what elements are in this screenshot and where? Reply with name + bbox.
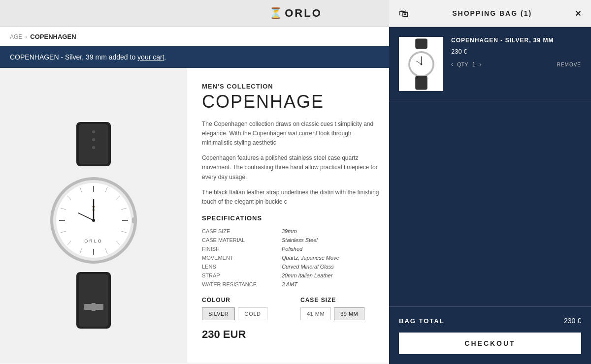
qty-increase-button[interactable]: › xyxy=(479,61,481,68)
colour-label: COLOUR xyxy=(202,297,281,303)
qty-label: QTY xyxy=(457,61,468,67)
spec-key: LENS xyxy=(202,262,282,271)
size-option-button[interactable]: 41 MM xyxy=(300,307,331,320)
add-to-cart-banner: COPENHAGEN - Silver, 39 mm added to your… xyxy=(0,46,389,68)
svg-rect-29 xyxy=(132,217,137,223)
size-group: CASE SIZE 41 MM39 MM xyxy=(300,297,379,320)
breadcrumb-current: COPENHAGEN xyxy=(30,33,76,40)
svg-point-28 xyxy=(92,219,95,222)
bag-item-name: COPENHAGEN - SILVER, 39 MM xyxy=(451,37,581,44)
size-buttons: 41 MM39 MM xyxy=(300,307,379,320)
breadcrumb-separator: › xyxy=(25,33,27,40)
colour-option-button[interactable]: SILVER xyxy=(202,307,235,320)
product-title: COPENHAGE xyxy=(202,92,379,112)
bag-total-label: BAG TOTAL xyxy=(399,317,445,325)
spec-value: 3 AMT xyxy=(282,280,379,289)
spec-key: CASE MATERIAL xyxy=(202,236,282,244)
specs-title: SPECIFICATIONS xyxy=(202,214,379,222)
remove-item-button[interactable]: REMOVE xyxy=(557,62,581,67)
svg-rect-1 xyxy=(79,124,108,164)
bag-header: 🛍 SHOPPING BAG (1) × xyxy=(389,0,591,27)
qty-decrease-button[interactable]: ‹ xyxy=(451,61,453,68)
product-description-1: The Copenhagen collection draws on class… xyxy=(202,120,379,148)
product-details: MEN'S COLLECTION COPENHAGE The Copenhage… xyxy=(187,68,389,363)
bag-item: COPENHAGEN - SILVER, 39 MM 230 € ‹ QTY 1… xyxy=(389,27,591,101)
product-image-area: ORLO ⏳ xyxy=(0,68,187,363)
svg-rect-31 xyxy=(79,274,108,327)
spec-row: FINISHPolished xyxy=(202,244,379,253)
cart-link[interactable]: your cart xyxy=(137,53,164,61)
colour-option-button[interactable]: GOLD xyxy=(238,307,267,320)
watch-image: ORLO ⏳ xyxy=(25,122,163,309)
svg-rect-34 xyxy=(415,38,427,49)
spec-value: 39mm xyxy=(282,227,379,236)
spec-value: Quartz, Japanese Move xyxy=(282,253,379,262)
spec-key: WATER RESISTANCE xyxy=(202,280,282,289)
colour-group: COLOUR SILVERGOLD xyxy=(202,297,281,320)
spec-key: MOVEMENT xyxy=(202,253,282,262)
size-label: CASE SIZE xyxy=(300,297,379,303)
svg-point-4 xyxy=(92,146,95,149)
spec-key: CASE SIZE xyxy=(202,227,282,236)
svg-point-2 xyxy=(92,130,95,133)
bag-header-title: SHOPPING BAG (1) xyxy=(452,9,532,17)
colour-buttons: SILVERGOLD xyxy=(202,307,281,320)
spec-row: CASE SIZE39mm xyxy=(202,227,379,236)
spec-row: WATER RESISTANCE3 AMT xyxy=(202,280,379,289)
banner-text: COPENHAGEN - Silver, 39 mm added to xyxy=(10,53,137,61)
bag-total-row: BAG TOTAL 230 € xyxy=(399,317,581,325)
spec-key: FINISH xyxy=(202,244,282,253)
site-logo: ⏳ ORLO xyxy=(269,7,322,20)
spec-value: Polished xyxy=(282,244,379,253)
bag-icon: 🛍 xyxy=(399,8,409,19)
collection-label: MEN'S COLLECTION xyxy=(202,83,379,90)
breadcrumb: AGE › COPENHAGEN xyxy=(0,27,389,46)
product-description-2: Copenhagen features a polished stainless… xyxy=(202,153,379,182)
colour-size-section: COLOUR SILVERGOLD CASE SIZE 41 MM39 MM xyxy=(202,297,379,320)
svg-rect-33 xyxy=(92,303,96,311)
specs-table: CASE SIZE39mmCASE MATERIALStainless Stee… xyxy=(202,227,379,289)
logo-icon: ⏳ xyxy=(269,7,284,20)
bag-total-value: 230 € xyxy=(564,317,581,325)
svg-rect-40 xyxy=(415,76,427,90)
breadcrumb-parent: AGE xyxy=(10,33,22,40)
product-price: 230 EUR xyxy=(202,328,379,341)
spec-key: STRAP xyxy=(202,271,282,280)
bag-item-image xyxy=(399,37,443,91)
bag-item-info: COPENHAGEN - SILVER, 39 MM 230 € ‹ QTY 1… xyxy=(451,37,581,91)
shopping-bag-panel: 🛍 SHOPPING BAG (1) × xyxy=(389,0,591,364)
qty-value: 1 xyxy=(472,61,476,68)
spec-row: MOVEMENTQuartz, Japanese Move xyxy=(202,253,379,262)
close-bag-button[interactable]: × xyxy=(575,8,581,19)
logo-text: ORLO xyxy=(285,7,322,20)
spec-value: Curved Mineral Glass xyxy=(282,262,379,271)
svg-text:ORLO: ORLO xyxy=(84,239,103,243)
bag-qty-controls: ‹ QTY 1 › REMOVE xyxy=(451,61,581,68)
spec-row: CASE MATERIALStainless Steel xyxy=(202,236,379,244)
spec-row: LENSCurved Mineral Glass xyxy=(202,262,379,271)
svg-point-3 xyxy=(92,138,95,141)
svg-point-39 xyxy=(420,63,422,65)
product-section: ORLO ⏳ xyxy=(0,68,389,363)
spec-row: STRAP20mm Italian Leather xyxy=(202,271,379,280)
spec-value: Stainless Steel xyxy=(282,236,379,244)
product-description-3: The black Italian leather strap underlin… xyxy=(202,188,379,207)
bag-total-area: BAG TOTAL 230 € CHECKOUT xyxy=(389,306,591,364)
size-option-button[interactable]: 39 MM xyxy=(334,307,364,320)
spec-value: 20mm Italian Leather xyxy=(282,271,379,280)
banner-suffix: . xyxy=(164,53,166,61)
bag-item-price: 230 € xyxy=(451,48,581,55)
checkout-button[interactable]: CHECKOUT xyxy=(399,333,581,354)
